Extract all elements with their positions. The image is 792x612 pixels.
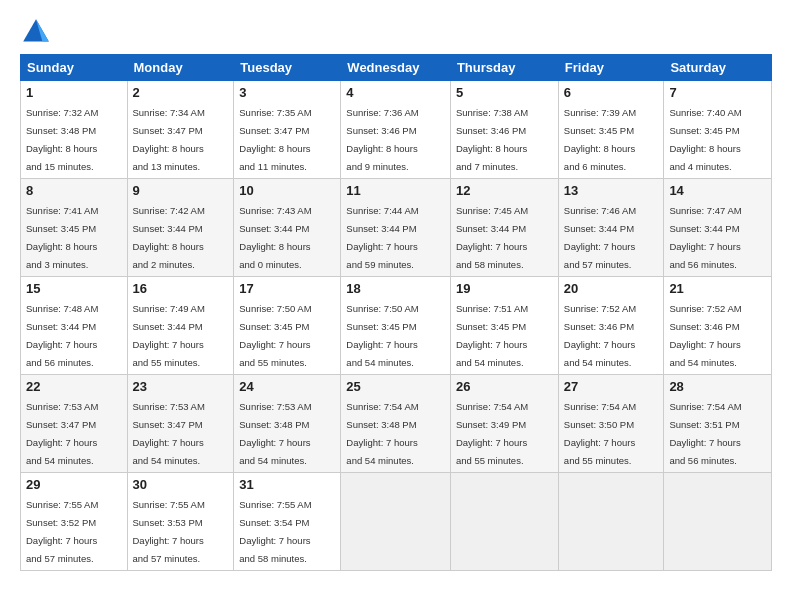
day-number: 15 — [26, 281, 122, 296]
day-info: Sunrise: 7:41 AMSunset: 3:45 PMDaylight:… — [26, 205, 98, 270]
day-info: Sunrise: 7:45 AMSunset: 3:44 PMDaylight:… — [456, 205, 528, 270]
day-number: 17 — [239, 281, 335, 296]
page-container: SundayMondayTuesdayWednesdayThursdayFrid… — [0, 0, 792, 581]
day-info: Sunrise: 7:35 AMSunset: 3:47 PMDaylight:… — [239, 107, 311, 172]
calendar-cell: 28 Sunrise: 7:54 AMSunset: 3:51 PMDaylig… — [664, 375, 772, 473]
day-info: Sunrise: 7:53 AMSunset: 3:47 PMDaylight:… — [133, 401, 205, 466]
day-number: 19 — [456, 281, 553, 296]
day-info: Sunrise: 7:54 AMSunset: 3:49 PMDaylight:… — [456, 401, 528, 466]
calendar-cell — [450, 473, 558, 571]
calendar-header-monday: Monday — [127, 55, 234, 81]
calendar-header-saturday: Saturday — [664, 55, 772, 81]
day-number: 1 — [26, 85, 122, 100]
day-info: Sunrise: 7:51 AMSunset: 3:45 PMDaylight:… — [456, 303, 528, 368]
calendar-header-wednesday: Wednesday — [341, 55, 451, 81]
calendar-cell: 17 Sunrise: 7:50 AMSunset: 3:45 PMDaylig… — [234, 277, 341, 375]
calendar-cell — [341, 473, 451, 571]
day-info: Sunrise: 7:54 AMSunset: 3:48 PMDaylight:… — [346, 401, 418, 466]
calendar-header-friday: Friday — [558, 55, 664, 81]
calendar-cell: 23 Sunrise: 7:53 AMSunset: 3:47 PMDaylig… — [127, 375, 234, 473]
calendar-cell: 12 Sunrise: 7:45 AMSunset: 3:44 PMDaylig… — [450, 179, 558, 277]
calendar-cell: 22 Sunrise: 7:53 AMSunset: 3:47 PMDaylig… — [21, 375, 128, 473]
day-info: Sunrise: 7:54 AMSunset: 3:51 PMDaylight:… — [669, 401, 741, 466]
day-number: 18 — [346, 281, 445, 296]
calendar-cell — [558, 473, 664, 571]
calendar-header-thursday: Thursday — [450, 55, 558, 81]
day-number: 7 — [669, 85, 766, 100]
day-info: Sunrise: 7:52 AMSunset: 3:46 PMDaylight:… — [564, 303, 636, 368]
calendar-cell: 19 Sunrise: 7:51 AMSunset: 3:45 PMDaylig… — [450, 277, 558, 375]
calendar-cell: 8 Sunrise: 7:41 AMSunset: 3:45 PMDayligh… — [21, 179, 128, 277]
day-number: 20 — [564, 281, 659, 296]
calendar-header-sunday: Sunday — [21, 55, 128, 81]
day-info: Sunrise: 7:50 AMSunset: 3:45 PMDaylight:… — [346, 303, 418, 368]
calendar-week-5: 29 Sunrise: 7:55 AMSunset: 3:52 PMDaylig… — [21, 473, 772, 571]
day-number: 11 — [346, 183, 445, 198]
day-number: 3 — [239, 85, 335, 100]
day-number: 16 — [133, 281, 229, 296]
day-info: Sunrise: 7:47 AMSunset: 3:44 PMDaylight:… — [669, 205, 741, 270]
calendar-week-4: 22 Sunrise: 7:53 AMSunset: 3:47 PMDaylig… — [21, 375, 772, 473]
day-number: 5 — [456, 85, 553, 100]
calendar-cell: 4 Sunrise: 7:36 AMSunset: 3:46 PMDayligh… — [341, 81, 451, 179]
calendar-cell: 7 Sunrise: 7:40 AMSunset: 3:45 PMDayligh… — [664, 81, 772, 179]
calendar-header-tuesday: Tuesday — [234, 55, 341, 81]
day-number: 27 — [564, 379, 659, 394]
day-info: Sunrise: 7:53 AMSunset: 3:48 PMDaylight:… — [239, 401, 311, 466]
logo — [20, 16, 56, 48]
day-info: Sunrise: 7:48 AMSunset: 3:44 PMDaylight:… — [26, 303, 98, 368]
day-info: Sunrise: 7:43 AMSunset: 3:44 PMDaylight:… — [239, 205, 311, 270]
day-info: Sunrise: 7:55 AMSunset: 3:54 PMDaylight:… — [239, 499, 311, 564]
calendar-cell: 25 Sunrise: 7:54 AMSunset: 3:48 PMDaylig… — [341, 375, 451, 473]
day-info: Sunrise: 7:38 AMSunset: 3:46 PMDaylight:… — [456, 107, 528, 172]
calendar-cell: 16 Sunrise: 7:49 AMSunset: 3:44 PMDaylig… — [127, 277, 234, 375]
day-number: 12 — [456, 183, 553, 198]
calendar-week-1: 1 Sunrise: 7:32 AMSunset: 3:48 PMDayligh… — [21, 81, 772, 179]
day-number: 8 — [26, 183, 122, 198]
day-info: Sunrise: 7:55 AMSunset: 3:53 PMDaylight:… — [133, 499, 205, 564]
calendar-cell: 29 Sunrise: 7:55 AMSunset: 3:52 PMDaylig… — [21, 473, 128, 571]
day-info: Sunrise: 7:32 AMSunset: 3:48 PMDaylight:… — [26, 107, 98, 172]
day-number: 24 — [239, 379, 335, 394]
day-number: 6 — [564, 85, 659, 100]
calendar-cell: 6 Sunrise: 7:39 AMSunset: 3:45 PMDayligh… — [558, 81, 664, 179]
day-number: 9 — [133, 183, 229, 198]
day-number: 23 — [133, 379, 229, 394]
calendar-week-2: 8 Sunrise: 7:41 AMSunset: 3:45 PMDayligh… — [21, 179, 772, 277]
logo-icon — [20, 16, 52, 48]
day-info: Sunrise: 7:49 AMSunset: 3:44 PMDaylight:… — [133, 303, 205, 368]
header — [20, 16, 772, 48]
calendar-cell — [664, 473, 772, 571]
calendar-cell: 18 Sunrise: 7:50 AMSunset: 3:45 PMDaylig… — [341, 277, 451, 375]
day-info: Sunrise: 7:34 AMSunset: 3:47 PMDaylight:… — [133, 107, 205, 172]
calendar-cell: 20 Sunrise: 7:52 AMSunset: 3:46 PMDaylig… — [558, 277, 664, 375]
day-info: Sunrise: 7:40 AMSunset: 3:45 PMDaylight:… — [669, 107, 741, 172]
calendar-week-3: 15 Sunrise: 7:48 AMSunset: 3:44 PMDaylig… — [21, 277, 772, 375]
day-number: 26 — [456, 379, 553, 394]
day-info: Sunrise: 7:50 AMSunset: 3:45 PMDaylight:… — [239, 303, 311, 368]
day-info: Sunrise: 7:39 AMSunset: 3:45 PMDaylight:… — [564, 107, 636, 172]
calendar-cell: 2 Sunrise: 7:34 AMSunset: 3:47 PMDayligh… — [127, 81, 234, 179]
calendar-cell: 13 Sunrise: 7:46 AMSunset: 3:44 PMDaylig… — [558, 179, 664, 277]
calendar-cell: 31 Sunrise: 7:55 AMSunset: 3:54 PMDaylig… — [234, 473, 341, 571]
day-number: 4 — [346, 85, 445, 100]
day-info: Sunrise: 7:55 AMSunset: 3:52 PMDaylight:… — [26, 499, 98, 564]
calendar-cell: 30 Sunrise: 7:55 AMSunset: 3:53 PMDaylig… — [127, 473, 234, 571]
calendar-cell: 15 Sunrise: 7:48 AMSunset: 3:44 PMDaylig… — [21, 277, 128, 375]
calendar-cell: 24 Sunrise: 7:53 AMSunset: 3:48 PMDaylig… — [234, 375, 341, 473]
calendar-cell: 11 Sunrise: 7:44 AMSunset: 3:44 PMDaylig… — [341, 179, 451, 277]
day-number: 14 — [669, 183, 766, 198]
calendar-cell: 27 Sunrise: 7:54 AMSunset: 3:50 PMDaylig… — [558, 375, 664, 473]
day-number: 25 — [346, 379, 445, 394]
day-info: Sunrise: 7:46 AMSunset: 3:44 PMDaylight:… — [564, 205, 636, 270]
day-number: 30 — [133, 477, 229, 492]
day-number: 2 — [133, 85, 229, 100]
day-info: Sunrise: 7:36 AMSunset: 3:46 PMDaylight:… — [346, 107, 418, 172]
day-info: Sunrise: 7:52 AMSunset: 3:46 PMDaylight:… — [669, 303, 741, 368]
day-number: 22 — [26, 379, 122, 394]
calendar-header-row: SundayMondayTuesdayWednesdayThursdayFrid… — [21, 55, 772, 81]
day-info: Sunrise: 7:42 AMSunset: 3:44 PMDaylight:… — [133, 205, 205, 270]
day-info: Sunrise: 7:44 AMSunset: 3:44 PMDaylight:… — [346, 205, 418, 270]
day-number: 29 — [26, 477, 122, 492]
calendar-cell: 26 Sunrise: 7:54 AMSunset: 3:49 PMDaylig… — [450, 375, 558, 473]
